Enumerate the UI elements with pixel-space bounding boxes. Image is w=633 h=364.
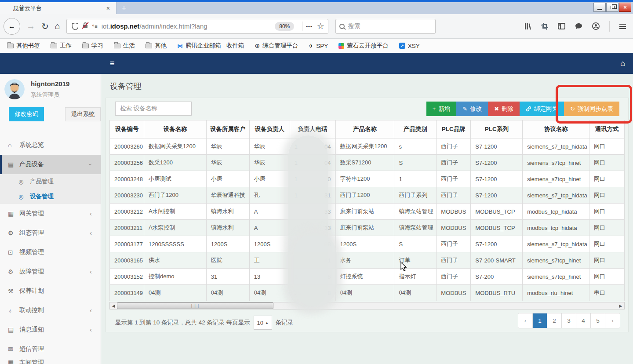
sidebar-item-product-device[interactable]: ▤产品设备›	[0, 155, 101, 174]
table-row[interactable]: 200003152控制demo311318灯控系统指示灯西门子S7-200sie…	[110, 269, 625, 285]
sidebar-item-scada-mgmt[interactable]: ⚙组态管理‹	[0, 223, 101, 243]
tab-bar: 思普云平台 × + ×	[0, 2, 633, 14]
bookmark-work[interactable]: 工作	[51, 42, 72, 50]
page-button-2[interactable]: 2	[547, 313, 562, 328]
table-row[interactable]: 20000314904测04测04测15804测04测MODBUSMODBUS_…	[110, 285, 625, 301]
linkage-control-icon: ♁	[8, 307, 18, 314]
page-button-4[interactable]: 4	[576, 313, 591, 328]
cell-protocol: siemens_s7tcp_hinet	[523, 171, 589, 187]
library-icon[interactable]	[524, 23, 531, 30]
add-button[interactable]: +新增	[426, 102, 457, 116]
bookmark-mgmt-platform[interactable]: ⊕综合管理平台	[255, 42, 298, 50]
bookmark-spy[interactable]: ✈SPY	[309, 43, 328, 49]
page-button-1[interactable]: 1	[533, 313, 547, 328]
back-button[interactable]: ←	[4, 18, 20, 35]
device-table: 设备编号设备名称设备所属客户设备负责人负责人电话产品名称产品类别PLC品牌PLC…	[109, 120, 625, 301]
table-row[interactable]: 200003230西门子1200华辰智通科技孔131西门子1200西门子系列西门…	[110, 187, 625, 204]
browser-home-button[interactable]: ⌂	[55, 21, 60, 31]
change-password-button[interactable]: 修改密码	[9, 107, 44, 121]
forward-button[interactable]: →	[26, 21, 35, 31]
sidebar-item-maintenance-plan[interactable]: ⚒保养计划	[0, 281, 101, 301]
tracking-shield-icon[interactable]	[72, 23, 78, 30]
permissions-icon[interactable]: °≡	[92, 24, 98, 29]
sidebars-icon[interactable]	[558, 23, 565, 29]
cell-customer: 华辰智通科技	[207, 187, 250, 204]
sidebar-item-label: 组态管理	[19, 229, 44, 237]
scroll-left-arrow-icon[interactable]: ◀	[110, 302, 117, 309]
scrollbar-thumb[interactable]: ❘❘❘	[117, 302, 273, 309]
page-button-5[interactable]: 5	[591, 313, 605, 328]
account-icon[interactable]	[592, 22, 600, 30]
sidebar-item-label: 网关管理	[19, 210, 44, 218]
sidebar-item-overview[interactable]: ⌂系统总览	[0, 135, 101, 155]
cell-comm: 网口	[589, 236, 625, 252]
app-home-icon[interactable]: ⌂	[620, 59, 625, 68]
table-row[interactable]: 200003165供水医院王41水务订单西门子S7-200-SMARTsieme…	[110, 252, 625, 269]
screenshot-crop-icon[interactable]	[541, 23, 548, 30]
prev-page-button[interactable]: ‹	[518, 313, 533, 328]
column-header: 设备编号	[110, 120, 144, 138]
horizontal-scrollbar[interactable]: ◀ ❘❘❘ ▶	[109, 302, 625, 309]
edit-button[interactable]: ✎修改	[456, 102, 488, 116]
table-row[interactable]: 200003211A水泵控制镇海水利A33庶来门前泵站镇海泵站管理MODBUSM…	[110, 220, 625, 236]
sms-mgmt-icon: ✉	[8, 346, 18, 353]
browser-search-box[interactable]: 搜索	[335, 19, 436, 34]
bookmark-other-bookmarks[interactable]: 其他书签	[7, 42, 40, 50]
page-button-3[interactable]: 3	[562, 313, 576, 328]
close-button[interactable]: ×	[619, 3, 631, 12]
menu-icon[interactable]	[619, 24, 626, 29]
insecure-lock-icon[interactable]	[82, 22, 89, 31]
sidebar-subitem-device-mgmt[interactable]: ◎设备管理	[0, 189, 101, 204]
bookmark-xsy[interactable]: ↗XSY	[399, 43, 420, 49]
table-row[interactable]: 200003212A水闸控制镇海水利A33庶来门前泵站镇海泵站管理MODBUSM…	[110, 204, 625, 220]
next-page-button[interactable]: ›	[605, 313, 620, 328]
scroll-right-arrow-icon[interactable]: ▶	[617, 302, 624, 309]
table-row[interactable]: 2000031771200SSSSSS1200S1200S881200SS西门子…	[110, 236, 625, 252]
bookmark-life[interactable]: 生活	[114, 42, 135, 50]
cell-product: 庶来门前泵站	[336, 220, 395, 236]
browser-tab[interactable]: 思普云平台 ×	[0, 2, 116, 14]
restore-button[interactable]	[606, 3, 618, 12]
device-search-input[interactable]: 检索 设备名称	[115, 102, 192, 116]
sidebar-item-workshop-mgmt[interactable]: ▦车间管理	[0, 359, 101, 364]
tab-close-icon[interactable]: ×	[105, 5, 112, 12]
minimize-button[interactable]	[593, 3, 606, 12]
table-row[interactable]: 200003260数据网关采集1200华辰华辰104数据网关采集1200s西门子…	[110, 138, 625, 155]
bookmark-star-icon[interactable]: ☆	[317, 21, 324, 31]
cell-customer: 医院	[207, 252, 250, 269]
sidebar-item-message-notify[interactable]: ▤消息通知‹	[0, 320, 101, 339]
privacy-blur	[294, 233, 337, 307]
table-row[interactable]: 200003256数采1200华辰华辰104数采S71200S西门子S7-120…	[110, 155, 625, 171]
bookmark-tencent-mail[interactable]: ⋈腾讯企业邮箱 - 收件箱	[177, 42, 244, 50]
maintenance-plan-icon: ⚒	[8, 288, 18, 295]
bookmark-study[interactable]: 学习	[82, 42, 103, 50]
messages-icon[interactable]	[575, 23, 582, 29]
page-actions-icon[interactable]: •••	[306, 24, 313, 29]
sidebar: hignton2019 系统管理员 修改密码 退出系统 ⌂系统总览▤产品设备›◎…	[0, 74, 101, 364]
bookmark-ezviz-open[interactable]: 萤石云开放平台	[338, 42, 389, 50]
logout-button[interactable]: 退出系统	[65, 107, 101, 121]
delete-button[interactable]: ✖删除	[488, 102, 520, 116]
reload-button[interactable]: ↻	[41, 21, 49, 32]
bookmark-other[interactable]: 其他	[146, 42, 167, 50]
chevron-left-icon: ‹	[90, 229, 92, 237]
cell-brand: MODBUS	[437, 220, 471, 236]
sidebar-item-label: 联动控制	[19, 306, 44, 314]
sidebar-item-linkage-control[interactable]: ♁联动控制‹	[0, 301, 101, 320]
cell-brand: 西门子	[437, 187, 471, 204]
sidebar-subitem-product-mgmt[interactable]: ◎产品管理	[0, 174, 101, 189]
sidebar-item-fault-mgmt[interactable]: ⚙故障管理‹	[0, 262, 101, 281]
url-bar[interactable]: °≡ iot.idosp.net/admin/index.html?lang 8…	[66, 19, 328, 34]
sidebar-item-sms-mgmt[interactable]: ✉短信管理	[0, 339, 101, 359]
sidebar-item-gateway-mgmt[interactable]: ▦网关管理‹	[0, 204, 101, 223]
page-size-select[interactable]: 10 ▲	[254, 316, 272, 330]
cell-customer: 华辰	[207, 138, 250, 155]
cell-owner: 华辰	[250, 138, 290, 155]
url-text[interactable]: iot.idosp.net/admin/index.html?lang	[102, 22, 273, 30]
sidebar-toggle-icon[interactable]: ≡	[110, 59, 115, 68]
zoom-level-badge[interactable]: 80%	[275, 22, 294, 31]
sidebar-item-video-mgmt[interactable]: ⊡视频管理	[0, 243, 101, 262]
table-row[interactable]: 200003248小唐测试小唐小唐10字符串12001西门子S7-1200sie…	[110, 171, 625, 187]
new-tab-button[interactable]: +	[116, 2, 131, 14]
cell-product: 灯控系统	[336, 269, 395, 285]
